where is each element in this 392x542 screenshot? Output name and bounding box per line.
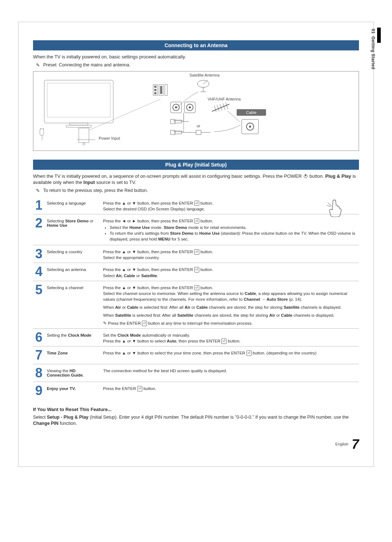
svg-rect-14 xyxy=(154,92,156,94)
svg-rect-13 xyxy=(154,89,156,91)
table-row: 1Selecting a languagePress the ▲ or ▼ bu… xyxy=(33,197,359,214)
step-title: Enjoy your TV. xyxy=(45,382,101,400)
cable-curve-line xyxy=(214,111,243,140)
footer-page-number: 7 xyxy=(352,437,359,452)
chapter-title: Getting Started xyxy=(371,36,376,69)
table-row: 6Setting the Clock ModeSet the Clock Mod… xyxy=(33,329,359,346)
reset-feature-block: If You Want to Reset This Feature... Sel… xyxy=(33,407,359,427)
svg-rect-0 xyxy=(44,80,113,123)
svg-line-33 xyxy=(226,103,228,109)
enter-icon: ⏎ xyxy=(142,321,147,326)
step-description: Set the Clock Mode automatically or manu… xyxy=(101,329,359,346)
step-description: Press the ▲ or ▼ button, then press the … xyxy=(101,245,359,263)
svg-point-48 xyxy=(249,126,251,128)
step-number: 1 xyxy=(33,197,45,214)
cable-wall-outlet-icon xyxy=(242,119,259,135)
step-title: Time Zone xyxy=(45,346,101,364)
or-label: or xyxy=(197,124,200,128)
svg-rect-34 xyxy=(171,119,175,124)
pointing-hand-icon xyxy=(326,198,344,218)
step-title: Selecting Store Demo or Home Use xyxy=(45,214,101,245)
svg-rect-6 xyxy=(40,129,44,135)
enter-icon: ⏎ xyxy=(221,338,226,344)
svg-rect-16 xyxy=(160,86,162,94)
step-description: Press the ▲ or ▼ button, then press the … xyxy=(101,281,359,329)
enter-icon: ⏎ xyxy=(194,267,199,272)
step-description: Press the ▲ or ▼ button, then press the … xyxy=(101,197,359,214)
power-input-line xyxy=(77,136,121,143)
enter-icon: ⏎ xyxy=(137,386,142,391)
svg-line-27 xyxy=(203,80,208,84)
antenna-preset-note: Preset: Connecting the mains and antenna… xyxy=(43,62,359,67)
svg-rect-38 xyxy=(175,131,181,134)
svg-rect-17 xyxy=(165,85,167,95)
step-title: Selecting a language xyxy=(45,197,101,214)
enter-icon: ⏎ xyxy=(194,218,199,224)
table-row: 3Selecting a countryPress the ▲ or ▼ but… xyxy=(33,245,359,263)
step-number: 2 xyxy=(33,214,45,245)
svg-rect-2 xyxy=(70,123,88,125)
reset-body: Select Setup - Plug & Play (Initial Setu… xyxy=(33,414,359,427)
step-number: 8 xyxy=(33,364,45,382)
page-content: 01 Getting Started Connecting to an Ante… xyxy=(18,22,374,467)
sat-antenna-label: Satellite Antenna xyxy=(189,73,220,77)
step-number: 7 xyxy=(33,346,45,364)
enter-icon: ⏎ xyxy=(194,285,199,291)
step-number: 4 xyxy=(33,263,45,281)
page-footer: English 7 xyxy=(33,437,359,452)
vhf-uhf-label: VHF/UHF Antenna xyxy=(208,97,241,101)
power-icon xyxy=(304,174,307,178)
footer-language: English xyxy=(335,442,348,446)
step-number: 3 xyxy=(33,245,45,263)
plugplay-return-note: To return to the previous step, press th… xyxy=(43,188,359,193)
svg-point-23 xyxy=(189,106,191,108)
step-description: Press the ▲ or ▼ button, then press the … xyxy=(101,263,359,281)
step-description: Press the ◄ or ► button, then press the … xyxy=(101,214,359,245)
svg-rect-37 xyxy=(171,130,175,135)
step-title: Selecting a channel xyxy=(45,281,101,329)
step-description: Press the ENTER ⏎ button. xyxy=(101,382,359,400)
section-heading-plugplay: Plug & Play (Initial Setup) xyxy=(33,160,359,170)
table-row: 8Viewing the HD Connection Guide.The con… xyxy=(33,364,359,382)
step-number: 9 xyxy=(33,382,45,400)
sat-cable-line xyxy=(177,86,213,104)
antenna-diagram: Satellite Antenna VHF/UHF Antenna xyxy=(33,71,359,151)
enter-icon: ⏎ xyxy=(194,201,199,206)
svg-rect-40 xyxy=(196,130,201,135)
step-number: 5 xyxy=(33,281,45,329)
table-row: 5Selecting a channelPress the ▲ or ▼ but… xyxy=(33,281,359,329)
step-description: The connection method for the best HD sc… xyxy=(101,364,359,382)
svg-rect-12 xyxy=(154,86,156,88)
step-title: Selecting an antenna xyxy=(45,263,101,281)
setup-steps-table: 1Selecting a languagePress the ▲ or ▼ bu… xyxy=(33,197,359,400)
port-connector-lines xyxy=(184,113,195,135)
antenna-intro: When the TV is initially powered on, bas… xyxy=(33,54,359,60)
tv-illustration xyxy=(41,77,135,142)
enter-icon: ⏎ xyxy=(246,350,252,356)
enter-icon: ⏎ xyxy=(194,249,199,255)
chapter-tab: 01 Getting Started xyxy=(371,29,376,69)
section-heading-antenna: Connecting to an Antenna xyxy=(33,40,359,50)
svg-rect-35 xyxy=(175,120,181,123)
chapter-number: 01 xyxy=(371,29,376,34)
step-title: Selecting a country xyxy=(45,245,101,263)
table-row: 2Selecting Store Demo or Home UsePress t… xyxy=(33,214,359,245)
table-row: 7Time ZonePress the ▲ or ▼ button to sel… xyxy=(33,346,359,364)
chapter-marker-strip xyxy=(377,28,381,43)
svg-rect-3 xyxy=(66,125,91,127)
step-title: Viewing the HD Connection Guide. xyxy=(45,364,101,382)
step-description: Press the ▲ or ▼ button to select the yo… xyxy=(101,346,359,364)
svg-line-10 xyxy=(89,99,160,130)
svg-point-20 xyxy=(175,106,177,108)
step-title: Setting the Clock Mode xyxy=(45,329,101,346)
table-row: 4Selecting an antennaPress the ▲ or ▼ bu… xyxy=(33,263,359,281)
plugplay-intro: When the TV is initially powered on, a s… xyxy=(33,173,359,186)
reset-heading: If You Want to Reset This Feature... xyxy=(33,407,359,412)
svg-rect-1 xyxy=(47,83,110,117)
step-number: 6 xyxy=(33,329,45,346)
table-row: 9Enjoy your TV.Press the ENTER ⏎ button. xyxy=(33,382,359,400)
